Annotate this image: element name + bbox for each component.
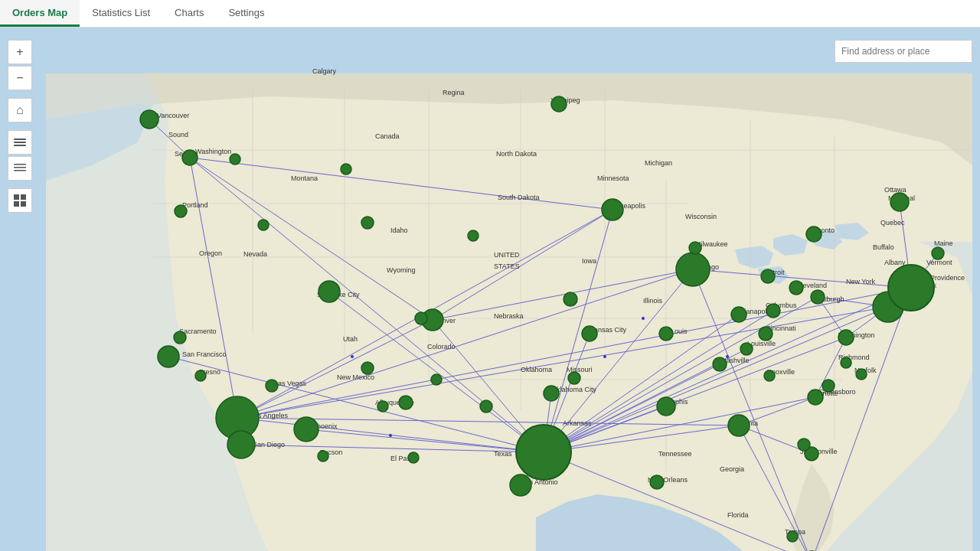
label-montana: Montana [291, 174, 318, 182]
svg-point-92 [676, 253, 710, 286]
svg-point-70 [175, 205, 187, 217]
tab-settings[interactable]: Settings [216, 0, 276, 27]
svg-point-116 [856, 369, 867, 380]
svg-point-125 [480, 400, 492, 412]
label-calgary: Calgary [312, 67, 337, 75]
svg-point-64 [351, 355, 354, 358]
svg-point-128 [377, 401, 388, 412]
svg-point-81 [230, 154, 240, 165]
svg-rect-133 [14, 164, 26, 165]
label-albany: Albany [884, 259, 906, 266]
label-nevada: Nevada [243, 250, 267, 258]
svg-point-117 [806, 227, 822, 242]
svg-point-77 [294, 417, 318, 442]
label-tennessee: Tennessee [658, 450, 692, 458]
svg-point-68 [140, 110, 158, 129]
svg-point-76 [266, 380, 278, 392]
svg-point-86 [408, 452, 419, 463]
label-florida: Florida [727, 511, 749, 519]
label-iowa: Iowa [582, 257, 596, 265]
svg-rect-136 [14, 194, 19, 200]
svg-point-80 [258, 220, 269, 230]
svg-point-109 [787, 531, 798, 542]
svg-point-103 [740, 343, 753, 355]
layers-list-button[interactable] [8, 130, 32, 155]
svg-point-73 [195, 370, 206, 381]
svg-point-95 [657, 397, 675, 416]
svg-point-113 [888, 265, 934, 311]
svg-point-93 [689, 242, 701, 254]
svg-point-96 [713, 357, 727, 371]
find-address-container [835, 40, 972, 63]
svg-rect-139 [21, 201, 26, 207]
svg-point-124 [431, 374, 442, 385]
svg-point-122 [568, 372, 580, 384]
label-buffalo: Buffalo [873, 243, 894, 251]
label-missouri: Missouri [567, 366, 593, 373]
svg-point-75 [227, 431, 255, 458]
label-illinois: Illinois [643, 297, 663, 305]
label-georgia: Georgia [720, 465, 744, 473]
label-wyoming: Wyoming [387, 266, 415, 274]
label-oregon: Oregon [199, 249, 222, 257]
svg-point-78 [318, 451, 328, 461]
svg-point-119 [551, 96, 567, 112]
svg-point-89 [544, 386, 559, 401]
svg-point-72 [158, 346, 179, 367]
svg-rect-135 [14, 170, 26, 171]
basemap-button[interactable] [8, 188, 32, 213]
label-regina: Regina [443, 89, 465, 96]
svg-point-90 [582, 326, 597, 341]
svg-point-123 [468, 230, 479, 241]
svg-point-69 [182, 150, 198, 165]
svg-rect-132 [14, 145, 26, 146]
tab-orders-map[interactable]: Orders Map [0, 0, 80, 27]
svg-point-66 [726, 355, 729, 358]
svg-point-111 [838, 330, 854, 345]
zoom-out-button[interactable]: − [8, 66, 32, 90]
svg-rect-130 [14, 139, 26, 140]
map-svg: Vancouver Sound Seattle Portland Sacrame… [0, 28, 980, 551]
svg-point-94 [659, 327, 673, 341]
svg-point-107 [650, 475, 664, 489]
svg-rect-137 [21, 194, 26, 200]
svg-point-114 [932, 247, 944, 259]
label-minnesota: Minnesota [597, 174, 629, 182]
label-sd: San Diego [253, 441, 285, 448]
legend-button[interactable] [8, 156, 32, 181]
zoom-in-button[interactable]: + [8, 40, 32, 64]
map-container[interactable]: Vancouver Sound Seattle Portland Sacrame… [0, 28, 980, 551]
label-washington-state: Washington [195, 148, 231, 155]
svg-point-83 [361, 217, 374, 229]
label-wisconsin: Wisconsin [685, 213, 717, 220]
svg-point-98 [766, 304, 780, 318]
find-address-input[interactable] [835, 40, 972, 63]
label-maine: Maine [934, 240, 953, 247]
svg-point-67 [642, 317, 645, 320]
label-colorado: Colorado [427, 343, 456, 350]
svg-point-127 [361, 362, 374, 374]
label-nebraska: Nebraska [494, 312, 524, 320]
home-button[interactable]: ⌂ [8, 98, 32, 122]
label-canada: Canada [375, 132, 400, 140]
header: Orders Map Statistics List Charts Settin… [0, 0, 980, 28]
label-unitedstates: UNITED [494, 251, 520, 259]
svg-point-120 [822, 380, 835, 392]
label-vancouver: Vancouver [157, 112, 189, 119]
svg-point-106 [764, 370, 775, 381]
svg-point-65 [603, 355, 606, 358]
tab-charts[interactable]: Charts [162, 0, 216, 27]
svg-point-104 [728, 415, 750, 436]
toolbar: + − ⌂ [8, 40, 32, 213]
svg-point-88 [510, 474, 531, 496]
svg-point-126 [415, 312, 427, 324]
svg-point-99 [761, 269, 775, 283]
svg-point-82 [341, 164, 351, 174]
label-idaho: Idaho [390, 227, 408, 234]
svg-rect-134 [14, 167, 26, 168]
tab-statistics-list[interactable]: Statistics List [80, 0, 162, 27]
svg-point-105 [808, 390, 823, 405]
svg-point-71 [174, 331, 186, 344]
label-quebec: Quebec [880, 219, 905, 227]
svg-rect-131 [14, 142, 26, 143]
